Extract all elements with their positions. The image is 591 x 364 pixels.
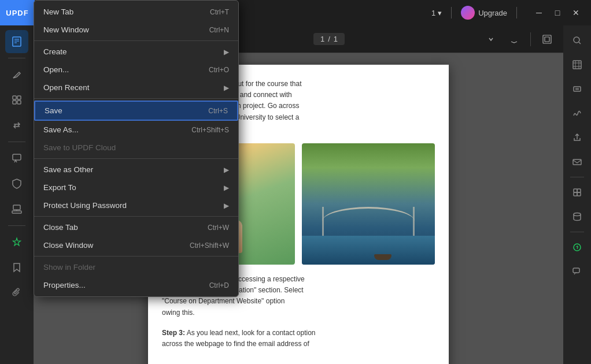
menu-item-open-label: Open...: [43, 65, 69, 74]
menu-item-open-recent[interactable]: Open Recent ▶: [34, 79, 238, 96]
right-mail-button[interactable]: [567, 151, 588, 172]
menu-item-new-window-shortcut: Ctrl+N: [209, 26, 229, 34]
menu-item-close-tab-shortcut: Ctrl+W: [208, 224, 229, 232]
sidebar-icon-attach[interactable]: [5, 281, 28, 304]
right-sign-button[interactable]: [567, 103, 588, 124]
sidebar-separator-2: [8, 142, 25, 142]
sidebar-icon-pdf-edit[interactable]: [5, 30, 28, 53]
fit-bottom-button[interactable]: [505, 30, 523, 49]
menu-item-protect-password-arrow: ▶: [224, 202, 229, 210]
menu-item-open-recent-arrow: ▶: [224, 84, 229, 92]
svg-rect-17: [573, 61, 581, 69]
menu-item-show-folder-label: Show in Folder: [43, 263, 95, 272]
menu-item-open-shortcut: Ctrl+O: [209, 66, 229, 74]
sidebar-icon-bookmark[interactable]: [5, 256, 28, 279]
right-share-button[interactable]: [567, 127, 588, 148]
menu-item-save-as-other-arrow: ▶: [224, 166, 229, 174]
svg-rect-25: [573, 159, 581, 165]
page-navigation: 1 ▾: [431, 9, 442, 17]
menu-item-save[interactable]: Save Ctrl+S: [34, 101, 238, 121]
menu-item-close-tab-label: Close Tab: [43, 223, 78, 232]
menu-item-close-window-label: Close Window: [43, 241, 93, 250]
menu-sep-5: [34, 256, 238, 257]
sidebar-icon-stamp[interactable]: [5, 198, 28, 221]
menu-item-new-tab-shortcut: Ctrl+T: [210, 8, 229, 16]
menu-item-save-cloud-label: Save to UPDF Cloud: [43, 143, 116, 152]
menu-item-save-as-shortcut: Ctrl+Shift+S: [191, 126, 229, 134]
right-search-button[interactable]: [567, 30, 588, 51]
menu-item-save-as-other[interactable]: Save as Other ▶: [34, 161, 238, 179]
sidebar-separator-3: [8, 225, 25, 226]
user-avatar: [461, 6, 475, 20]
menu-item-properties-label: Properties...: [43, 281, 86, 289]
menu-item-new-tab[interactable]: New Tab Ctrl+T: [34, 3, 238, 21]
menu-item-protect-password-label: Protect Using Password: [43, 201, 127, 210]
total-pages: 1: [334, 35, 338, 43]
menu-item-create-label: Create: [43, 47, 67, 56]
menu-item-save-as[interactable]: Save As... Ctrl+Shift+S: [34, 121, 238, 139]
menu-item-close-tab[interactable]: Close Tab Ctrl+W: [34, 218, 238, 236]
sidebar-icon-protect[interactable]: [5, 172, 28, 195]
pdf-step3-block: Step 3: As you lead next, look for a con…: [162, 328, 435, 350]
menu-item-export-to[interactable]: Export To ▶: [34, 179, 238, 196]
svg-rect-5: [13, 96, 16, 99]
left-sidebar: [0, 25, 34, 364]
sidebar-icon-organize[interactable]: [5, 88, 28, 112]
svg-rect-11: [12, 211, 21, 213]
fit-page-button[interactable]: [538, 30, 556, 49]
svg-point-30: [574, 213, 581, 216]
separator2: [516, 7, 517, 18]
svg-rect-13: [543, 35, 551, 43]
window-controls: ─ □ ✕: [531, 5, 584, 21]
right-separator: [570, 177, 584, 177]
maximize-button[interactable]: □: [549, 5, 566, 21]
svg-rect-26: [574, 189, 577, 192]
right-ocr-button[interactable]: [567, 54, 588, 75]
menu-item-show-folder: Show in Folder: [34, 258, 238, 276]
title-bar-right: 1 ▾ Upgrade ─ □ ✕: [431, 5, 591, 21]
svg-point-31: [574, 244, 581, 251]
menu-item-open-recent-label: Open Recent: [43, 83, 90, 92]
app-logo[interactable]: UPDF: [0, 0, 35, 25]
right-chat-button[interactable]: [567, 261, 588, 282]
svg-rect-22: [574, 87, 581, 91]
menu-item-properties-shortcut: Ctrl+D: [209, 281, 229, 289]
svg-line-16: [579, 42, 581, 44]
menu-item-close-window[interactable]: Close Window Ctrl+Shift+W: [34, 236, 238, 254]
right-compress-button[interactable]: [567, 79, 588, 99]
right-ai-button[interactable]: [567, 237, 588, 258]
right-storage-button[interactable]: [567, 206, 588, 227]
menu-sep-1: [34, 40, 238, 41]
svg-rect-29: [577, 192, 581, 196]
minimize-button[interactable]: ─: [531, 5, 547, 21]
sidebar-icon-comment[interactable]: [5, 147, 28, 170]
menu-item-open[interactable]: Open... Ctrl+O: [34, 61, 238, 79]
page-indicator: 1 / 1: [313, 33, 345, 45]
menu-item-create[interactable]: Create ▶: [34, 43, 238, 61]
menu-item-protect-password[interactable]: Protect Using Password ▶: [34, 196, 238, 214]
toolbar-separator-2: [530, 32, 531, 46]
menu-sep-4: [34, 216, 238, 217]
right-plugin-button[interactable]: [567, 182, 588, 203]
upgrade-button[interactable]: Upgrade: [461, 6, 507, 20]
sidebar-separator-1: [8, 58, 25, 58]
menu-item-new-tab-label: New Tab: [43, 8, 73, 16]
menu-item-new-window[interactable]: New Window Ctrl+N: [34, 21, 238, 39]
menu-item-properties[interactable]: Properties... Ctrl+D: [34, 276, 238, 294]
right-sidebar: [563, 25, 591, 364]
right-separator-2: [570, 232, 584, 232]
context-menu: New Tab Ctrl+T New Window Ctrl+N Create …: [34, 0, 239, 297]
menu-item-save-label: Save: [45, 106, 62, 115]
svg-rect-14: [545, 37, 549, 42]
page-slash: /: [328, 35, 330, 43]
svg-point-15: [574, 37, 579, 43]
svg-rect-7: [13, 101, 16, 104]
svg-rect-32: [573, 268, 579, 273]
sidebar-icon-convert[interactable]: [5, 114, 28, 137]
sidebar-icon-annotate[interactable]: [5, 63, 28, 86]
close-button[interactable]: ✕: [568, 5, 584, 21]
menu-item-save-as-label: Save As...: [43, 125, 79, 134]
sidebar-icon-ai[interactable]: [5, 231, 28, 254]
menu-item-save-shortcut: Ctrl+S: [208, 107, 228, 115]
scroll-down-button[interactable]: [482, 30, 500, 49]
